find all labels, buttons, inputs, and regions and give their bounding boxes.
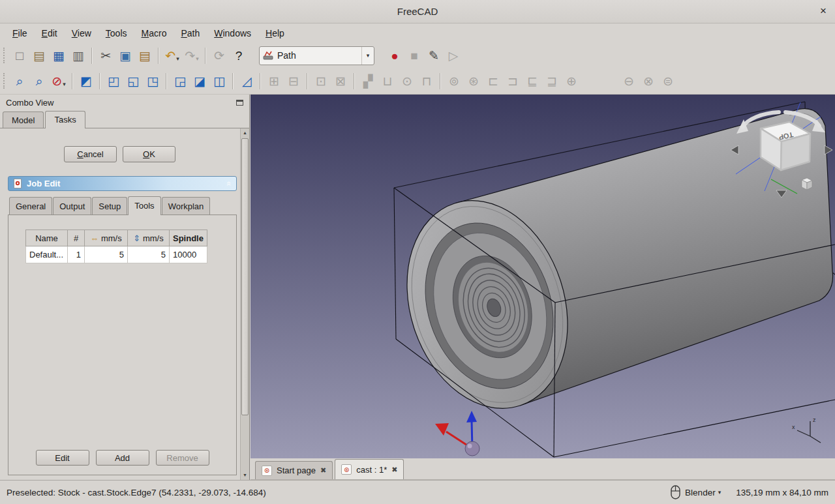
menu-tools[interactable]: Tools bbox=[99, 25, 134, 41]
nav-style-selector[interactable]: Blender ▾ bbox=[685, 488, 721, 497]
nav-arrow-right-icon[interactable] bbox=[825, 145, 832, 155]
cell-horiz-feed[interactable]: 5 bbox=[85, 246, 128, 263]
job-tab-setup[interactable]: Setup bbox=[92, 197, 127, 215]
tab-model[interactable]: Model bbox=[3, 111, 44, 128]
tab-close-icon[interactable]: ✖ bbox=[391, 466, 397, 474]
menu-file[interactable]: File bbox=[5, 25, 35, 41]
undo-button[interactable]: ↶▾ bbox=[162, 46, 182, 65]
path-pocket-icon: ⊔ bbox=[383, 75, 393, 87]
cell-vert-feed[interactable]: 5 bbox=[128, 246, 170, 263]
menu-view[interactable]: View bbox=[65, 25, 99, 41]
3d-viewport[interactable]: TOP z x bbox=[250, 95, 835, 458]
cell-count[interactable]: 1 bbox=[68, 246, 85, 263]
view-left-button[interactable]: ◫ bbox=[209, 71, 229, 91]
view-top-button[interactable]: ◱ bbox=[123, 71, 143, 91]
freecad-document-icon: ⊛ bbox=[341, 464, 352, 475]
macro-play-icon: ▷ bbox=[449, 50, 459, 62]
paste-button[interactable]: ▤ bbox=[135, 46, 155, 65]
macro-record-button[interactable]: ● bbox=[385, 46, 404, 65]
tool-table: Name#⇔ mm/s⇕ mm/sSpindle Default...15510… bbox=[25, 230, 207, 263]
scroll-down-icon[interactable]: ▼ bbox=[241, 471, 249, 480]
view-top-icon: ◱ bbox=[127, 75, 139, 87]
measure-distance-button[interactable]: ◿ bbox=[237, 71, 256, 91]
job-edit-header[interactable]: Job Edit « bbox=[8, 176, 237, 191]
document-tab-cast-1[interactable]: ⊛cast : 1*✖ bbox=[335, 459, 404, 479]
cell-name[interactable]: Default... bbox=[26, 246, 68, 263]
path-helix-button: ⊚ bbox=[444, 71, 464, 91]
view-right-button[interactable]: ◳ bbox=[143, 71, 162, 91]
undo-dropdown-icon[interactable]: ▾ bbox=[176, 55, 179, 65]
tool-table-row[interactable]: Default...15510000 bbox=[26, 246, 207, 263]
save-file-icon: ▦ bbox=[53, 50, 65, 62]
open-file-button[interactable]: ▤ bbox=[29, 46, 49, 65]
job-tab-workplan[interactable]: Workplan bbox=[162, 197, 211, 215]
view-front-button[interactable]: ◰ bbox=[104, 71, 123, 91]
cell-spindle[interactable]: 10000 bbox=[170, 246, 207, 263]
edit-button[interactable]: Edit bbox=[36, 450, 89, 466]
menu-edit[interactable]: Edit bbox=[35, 25, 65, 41]
toolbar-handle[interactable] bbox=[3, 48, 8, 63]
workbench-dropdown-arrow-icon[interactable]: ▾ bbox=[361, 47, 374, 65]
path-drilling-button: ⊙ bbox=[397, 71, 417, 91]
toolbar-separator bbox=[166, 73, 167, 89]
nav-style-dropdown-icon: ▾ bbox=[718, 489, 721, 496]
save-file-button[interactable]: ▦ bbox=[49, 46, 68, 65]
macro-edit-button[interactable]: ✎ bbox=[424, 46, 444, 65]
collapse-icon[interactable]: « bbox=[224, 181, 234, 186]
mini-cube-icon[interactable] bbox=[802, 178, 812, 190]
view-isometric-button[interactable]: ◩ bbox=[76, 71, 96, 91]
menu-path[interactable]: Path bbox=[174, 25, 207, 41]
toolbar-separator bbox=[440, 73, 441, 89]
workbench-selector[interactable]: Path ▾ bbox=[259, 46, 374, 65]
whats-this-button[interactable]: ? bbox=[229, 46, 249, 65]
toolbar-separator bbox=[205, 48, 206, 64]
redo-dropdown-icon[interactable]: ▾ bbox=[196, 55, 199, 65]
print-button[interactable]: ▥ bbox=[68, 46, 88, 65]
axis-z-label: z bbox=[813, 417, 816, 423]
document-tab-label: cast : 1* bbox=[356, 465, 387, 475]
cut-button[interactable]: ✂ bbox=[96, 46, 115, 65]
menu-windows[interactable]: Windows bbox=[207, 25, 258, 41]
toolbar-handle[interactable] bbox=[3, 73, 8, 89]
add-button[interactable]: Add bbox=[96, 450, 149, 466]
draw-style-button[interactable]: ⊘▾ bbox=[49, 71, 68, 91]
path-workbench-icon bbox=[263, 50, 273, 61]
view-bottom-button[interactable]: ◪ bbox=[190, 71, 209, 91]
view-rear-button[interactable]: ◲ bbox=[170, 71, 190, 91]
copy-button[interactable]: ▣ bbox=[115, 46, 135, 65]
whats-this-icon: ? bbox=[235, 50, 243, 62]
tab-close-icon[interactable]: ✖ bbox=[320, 466, 326, 475]
menu-macro[interactable]: Macro bbox=[134, 25, 174, 41]
job-tab-tools[interactable]: Tools bbox=[128, 196, 160, 215]
open-file-icon: ▤ bbox=[33, 50, 45, 62]
cancel-button[interactable]: Cancel bbox=[64, 146, 117, 162]
scroll-up-icon[interactable]: ▲ bbox=[241, 128, 249, 138]
new-file-button[interactable]: □ bbox=[10, 46, 29, 65]
tool-table-header-spindle[interactable]: Spindle bbox=[170, 230, 207, 246]
scrollbar-thumb[interactable] bbox=[241, 138, 249, 415]
tab-tasks[interactable]: Tasks bbox=[45, 111, 85, 128]
window-close-icon[interactable]: × bbox=[820, 5, 827, 16]
fit-all-button[interactable]: ⌕ bbox=[10, 71, 29, 91]
panel-float-icon[interactable] bbox=[236, 100, 243, 106]
task-scrollbar[interactable]: ▲ ▼ bbox=[240, 128, 249, 480]
viewport-canvas[interactable]: TOP z x bbox=[250, 95, 835, 458]
path-simulator-icon: ⊠ bbox=[335, 75, 346, 87]
zoom-selection-button[interactable]: ⌕ bbox=[29, 71, 49, 91]
z-axis-arrow-icon bbox=[466, 411, 477, 422]
job-tab-output[interactable]: Output bbox=[53, 197, 91, 215]
tool-table-header-horiz-feed[interactable]: ⇔ mm/s bbox=[85, 230, 128, 246]
job-tab-general[interactable]: General bbox=[9, 197, 52, 215]
path-profile-button: ▞ bbox=[358, 71, 378, 91]
draw-style-dropdown-icon[interactable]: ▾ bbox=[63, 81, 66, 91]
path-pocket-button: ⊔ bbox=[378, 71, 397, 91]
ok-button[interactable]: OK bbox=[123, 146, 175, 162]
remove-button: Remove bbox=[156, 450, 209, 466]
macro-play-button: ▷ bbox=[444, 46, 463, 65]
tool-table-header-name[interactable]: Name bbox=[26, 230, 68, 246]
document-tab-start-page[interactable]: ⊛Start page✖ bbox=[255, 461, 333, 479]
tool-table-header-count[interactable]: # bbox=[68, 230, 85, 246]
tool-table-header-vert-feed[interactable]: ⇕ mm/s bbox=[128, 230, 170, 246]
job-edit-panel: Job Edit « GeneralOutputSetupToolsWorkpl… bbox=[8, 176, 237, 475]
menu-help[interactable]: Help bbox=[258, 25, 292, 41]
